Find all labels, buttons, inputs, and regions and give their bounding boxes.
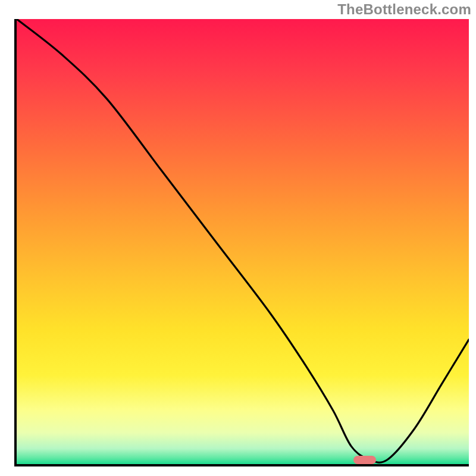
gradient-background — [17, 19, 469, 464]
chart-svg — [17, 19, 469, 464]
watermark-text: TheBottleneck.com — [337, 1, 471, 18]
plot-area — [14, 19, 469, 466]
chart-canvas: TheBottleneck.com — [0, 0, 476, 476]
optimum-marker — [353, 456, 376, 464]
